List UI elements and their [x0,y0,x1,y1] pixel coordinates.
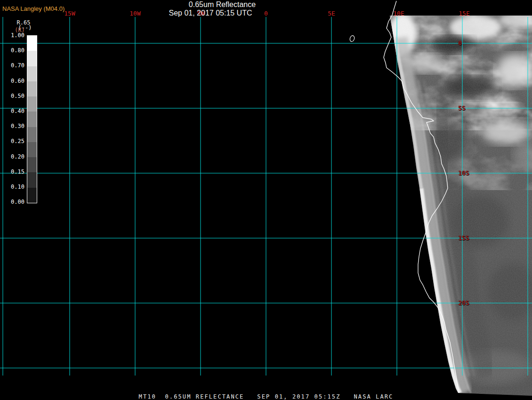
colorbar-tick: 0.50 [3,93,24,99]
colorbar-tick: 0.25 [3,138,24,144]
lon-label-5e: 5E [328,10,335,17]
lon-label-15w: 15W [64,10,75,17]
colorbar-segment [27,96,37,112]
colorbar-tick: 0.30 [3,123,24,129]
colorbar-scale [27,35,37,203]
lat-label-10s: 10S [458,169,469,176]
colorbar-tick: 0.10 [3,184,24,190]
colorbar-tick: 0.20 [3,153,24,160]
colorbar-tick: 0.15 [3,168,24,175]
lon-label-10e: 10E [393,10,404,17]
lon-label-15e: 15E [459,10,469,17]
swath-imagery [386,12,532,398]
colorbar-segment [27,36,37,51]
lat-label-20s: 20S [458,299,469,306]
colorbar-segment [27,188,37,203]
lat-label-15s: 15S [458,234,469,241]
image-title: 0.65um Reflectance [189,0,256,9]
colorbar-tick: 0.40 [3,108,24,114]
colorbar-segment [27,172,37,187]
map-canvas [0,0,532,400]
colorbar-segment [27,127,37,142]
colorbar-tick: 0.60 [3,78,24,84]
lon-label-0: 0 [264,10,268,17]
colorbar-segment [27,142,37,157]
lat-label-5s: 5S [458,104,466,112]
colorbar-units: (--) [18,24,32,31]
colorbar-tick: 0.00 [3,199,24,205]
lat-label-0: 0 [458,40,462,47]
colorbar-tick: 1.00 [3,32,24,39]
colorbar-segment [27,157,37,172]
colorbar-segment [27,112,37,127]
colorbar-segment [27,66,37,81]
image-timestamp: Sep 01, 2017 05:15 UTC [169,9,252,17]
colorbar-segment [27,51,37,66]
colorbar-tick: 0.80 [3,47,24,54]
colorbar-segment [27,81,37,96]
sao-tome-island-outline [349,35,355,42]
data-source-label: NASA Langley (M04.0) [2,5,64,12]
colorbar-tick: 0.70 [3,62,24,69]
lon-label-10w: 10W [129,10,140,17]
footer-caption: MT10 0.65UM REFLECTANCE SEP 01, 2017 05:… [139,393,394,400]
satellite-image-viewer: NASA Langley (M04.0) 0.65um Reflectance … [0,0,532,400]
